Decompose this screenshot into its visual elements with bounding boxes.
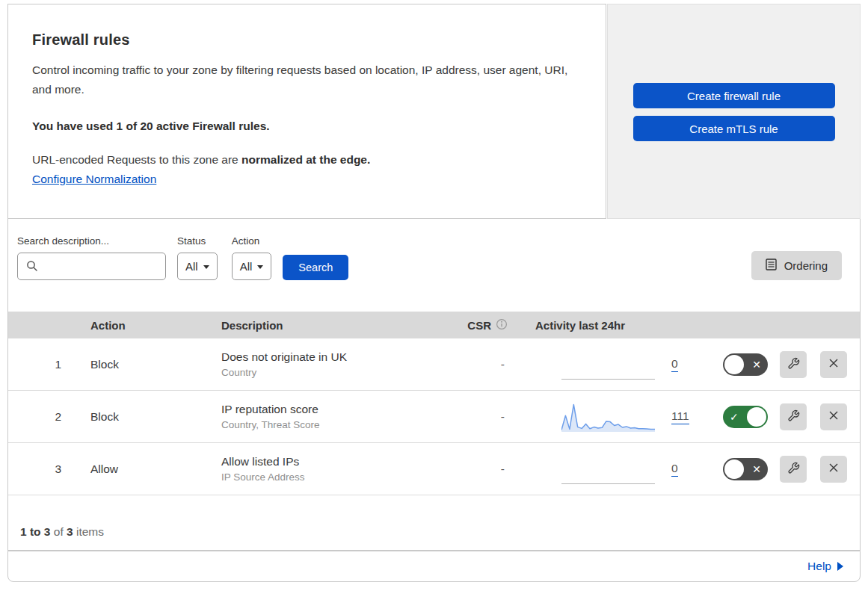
rule-fields: Country, Threat Score <box>221 419 442 430</box>
page-description: Control incoming traffic to your zone by… <box>32 61 570 100</box>
toggle-x-icon: ✕ <box>752 358 761 370</box>
table-row: 1 Block Does not originate in UK Country… <box>8 338 860 391</box>
search-filter-group: Search description... <box>17 235 166 280</box>
status-label: Status <box>177 235 218 247</box>
chevron-down-icon <box>203 265 209 269</box>
status-filter-group: Status All <box>177 235 218 280</box>
cta-panel: Create firewall rule Create mTLS rule <box>607 4 861 219</box>
delete-rule-button[interactable] <box>820 456 847 483</box>
close-icon <box>827 409 840 424</box>
rule-priority: 3 <box>55 462 79 476</box>
activity-count-link[interactable]: 111 <box>671 409 689 424</box>
activity-cell: 0 <box>524 350 707 380</box>
info-icon[interactable] <box>496 318 508 332</box>
status-dropdown-value: All <box>185 260 198 273</box>
rule-enabled-toggle[interactable]: ✕ <box>723 353 768 376</box>
ordering-button-label: Ordering <box>784 259 828 272</box>
pagination-summary: 1 to 3 of 3 items <box>8 495 860 550</box>
activity-cell: 111 <box>524 402 707 432</box>
csr-value: - <box>501 462 524 476</box>
activity-count-link[interactable]: 0 <box>671 462 678 477</box>
rule-fields: Country <box>221 367 442 378</box>
toggle-knob <box>747 407 766 427</box>
normalization-note: URL-encoded Requests to this zone are no… <box>32 153 576 167</box>
rule-description: IP reputation score Country, Threat Scor… <box>210 403 442 430</box>
configure-normalization-link[interactable]: Configure Normalization <box>32 173 156 186</box>
activity-sparkline-flat <box>561 454 655 484</box>
activity-count-link[interactable]: 0 <box>671 357 678 372</box>
rule-enabled-toggle[interactable]: ✕ <box>723 458 768 480</box>
column-description: Description <box>210 319 442 332</box>
ordering-list-icon <box>766 259 777 273</box>
activity-sparkline-flat <box>561 350 655 380</box>
ordering-button[interactable]: Ordering <box>751 251 842 280</box>
firewall-rules-page: Firewall rules Control incoming traffic … <box>0 4 868 591</box>
action-filter-group: Action All <box>232 235 272 280</box>
column-action: Action <box>79 319 210 332</box>
top-section: Firewall rules Control incoming traffic … <box>7 4 861 219</box>
rule-priority: 1 <box>55 358 79 371</box>
table-header-row: Action Description CSR Activity last 24h… <box>8 312 860 338</box>
search-button[interactable]: Search <box>283 255 348 280</box>
rule-controls: ✕ <box>707 351 860 378</box>
edit-rule-button[interactable] <box>780 351 807 378</box>
chevron-down-icon <box>257 265 263 269</box>
toggle-check-icon: ✓ <box>730 410 739 422</box>
delete-rule-button[interactable] <box>820 403 847 430</box>
csr-value: - <box>501 358 524 371</box>
rule-action: Allow <box>79 462 210 476</box>
search-description-input[interactable] <box>17 253 166 280</box>
filter-bar: Search description... Status All Action <box>8 219 860 312</box>
column-activity: Activity last 24hr <box>524 319 707 332</box>
rule-controls: ✕ <box>707 456 860 483</box>
rule-description: Does not originate in UK Country <box>210 350 442 378</box>
rules-list-card: Search description... Status All Action <box>7 219 861 551</box>
delete-rule-button[interactable] <box>820 351 847 378</box>
table-row: 2 Block IP reputation score Country, Thr… <box>8 391 860 443</box>
arrow-right-icon <box>837 562 843 571</box>
activity-cell: 0 <box>524 454 707 484</box>
create-mtls-rule-button[interactable]: Create mTLS rule <box>633 116 835 141</box>
column-csr: CSR <box>467 318 524 332</box>
action-dropdown-value: All <box>240 260 253 273</box>
rule-enabled-toggle[interactable]: ✓ <box>723 406 768 428</box>
toggle-knob <box>724 355 744 374</box>
rule-fields: IP Source Address <box>221 471 442 483</box>
toggle-x-icon: ✕ <box>752 462 761 474</box>
wrench-icon <box>787 409 800 424</box>
firewall-info-card: Firewall rules Control incoming traffic … <box>7 4 606 219</box>
close-icon <box>827 461 840 477</box>
create-firewall-rule-button[interactable]: Create firewall rule <box>633 83 835 108</box>
close-icon <box>827 356 840 372</box>
csr-value: - <box>501 410 524 424</box>
wrench-icon <box>787 462 800 477</box>
edit-rule-button[interactable] <box>780 403 807 430</box>
status-dropdown[interactable]: All <box>177 253 218 280</box>
action-label: Action <box>232 235 272 247</box>
page-title: Firewall rules <box>32 31 576 49</box>
wrench-icon <box>787 357 800 372</box>
usage-summary: You have used 1 of 20 active Firewall ru… <box>32 120 576 133</box>
rule-action: Block <box>79 358 210 371</box>
rule-action: Block <box>79 410 210 424</box>
rule-priority: 2 <box>55 410 79 424</box>
table-row: 3 Allow Allow listed IPs IP Source Addre… <box>8 443 860 495</box>
search-label: Search description... <box>17 235 166 247</box>
search-box <box>17 253 166 280</box>
help-link[interactable]: Help <box>807 560 843 573</box>
rule-controls: ✓ <box>707 403 860 430</box>
action-dropdown[interactable]: All <box>232 253 272 280</box>
help-bar: Help <box>7 551 861 582</box>
search-icon <box>26 260 38 275</box>
edit-rule-button[interactable] <box>780 456 807 483</box>
activity-sparkline <box>561 402 655 432</box>
rule-description: Allow listed IPs IP Source Address <box>210 455 442 483</box>
toggle-knob <box>724 460 744 479</box>
